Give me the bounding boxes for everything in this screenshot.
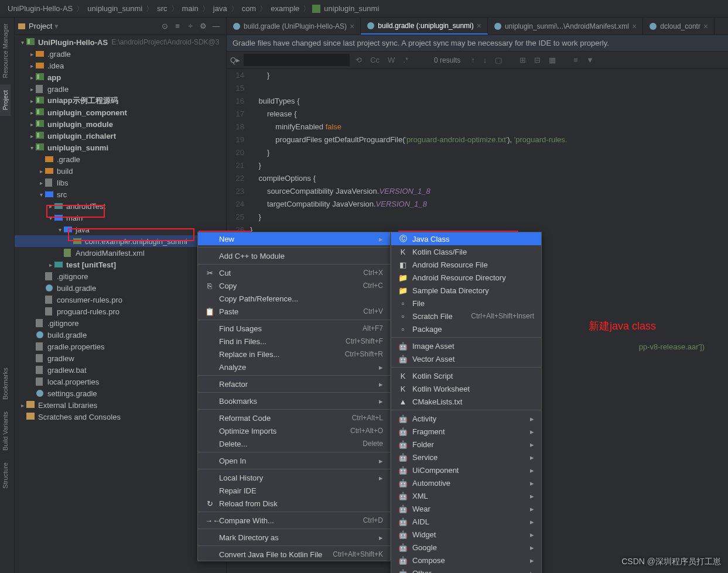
menu-item[interactable]: 🤖Service▸ xyxy=(391,451,541,464)
menu-item[interactable]: ◧Android Resource File xyxy=(391,258,541,271)
tree-item[interactable]: settings.gradle xyxy=(15,387,226,399)
tree-item[interactable]: build.gradle xyxy=(15,282,226,294)
tree-item[interactable]: com.example.uniplugin_sunmi xyxy=(15,235,226,247)
find-sel[interactable]: ▢ xyxy=(493,56,504,64)
tool-bookmarks[interactable]: Bookmarks xyxy=(0,362,11,406)
menu-item[interactable]: ▲CMakeLists.txt xyxy=(391,395,541,408)
menu-item[interactable]: Analyze▸ xyxy=(198,361,390,373)
menu-item[interactable]: Open In▸ xyxy=(198,454,390,467)
menu-item[interactable]: ↻Reload from Disk xyxy=(198,497,390,510)
menu-item[interactable]: 📁Android Resource Directory xyxy=(391,271,541,284)
external-libs[interactable]: ▸External Libraries xyxy=(15,399,226,411)
find-down[interactable]: ↓ xyxy=(481,56,490,64)
tree-item[interactable]: ▾src xyxy=(15,188,226,200)
find-add[interactable]: ⊞ xyxy=(517,56,528,64)
tool-structure[interactable]: Structure xyxy=(0,457,11,495)
menu-item[interactable]: Replace in Files...Ctrl+Shift+R xyxy=(198,348,390,361)
tool-project[interactable]: Project xyxy=(0,84,11,116)
close-icon[interactable]: × xyxy=(632,22,637,31)
breadcrumb-item[interactable]: main xyxy=(180,4,200,13)
tree-item[interactable]: AndroidManifest.xml xyxy=(15,247,226,259)
tool-resource-manager[interactable]: Resource Manager xyxy=(0,18,11,84)
menu-item[interactable]: Convert Java File to Kotlin FileCtrl+Alt… xyxy=(198,548,390,561)
tree-item[interactable]: ▾java xyxy=(15,224,226,235)
menu-item[interactable]: ⒸJava Class xyxy=(391,232,541,245)
menu-item[interactable]: 🤖UiComponent▸ xyxy=(391,464,541,476)
breadcrumb-item[interactable]: java xyxy=(211,4,229,13)
tree-item[interactable]: .gitignore xyxy=(15,317,226,329)
tree-item[interactable]: gradlew.bat xyxy=(15,364,226,376)
menu-item[interactable]: New▸ xyxy=(198,232,390,245)
sidebar-btn-4[interactable]: ⚙ xyxy=(197,20,210,33)
sidebar-btn-1[interactable]: ⊙ xyxy=(158,20,171,33)
project-tree[interactable]: ▾UniPlugin-Hello-ASE:\androidProject\And… xyxy=(15,35,226,573)
close-icon[interactable]: × xyxy=(703,22,708,31)
close-icon[interactable]: × xyxy=(350,22,354,31)
new-submenu[interactable]: ⒸJava ClassKKotlin Class/File◧Android Re… xyxy=(391,232,542,573)
menu-item[interactable]: 🤖Wear▸ xyxy=(391,502,541,515)
find-input[interactable] xyxy=(244,54,350,66)
tree-item[interactable]: ▸uniplugin_richalert xyxy=(15,130,226,142)
tree-item[interactable]: ▸app xyxy=(15,71,226,83)
breadcrumb-item[interactable]: uniplugin_sunmi xyxy=(86,4,144,13)
tree-item[interactable]: ▾uniplugin_sunmi xyxy=(15,142,226,153)
tree-item[interactable]: local.properties xyxy=(15,376,226,387)
tree-item[interactable]: build.gradle xyxy=(15,329,226,341)
menu-item[interactable]: KKotlin Class/File xyxy=(391,245,541,258)
breadcrumb-item[interactable]: uniplugin_sunmi xyxy=(322,4,381,13)
scratches[interactable]: Scratches and Consoles xyxy=(15,411,226,423)
menu-item[interactable]: 🤖Compose▸ xyxy=(391,554,541,567)
menu-item[interactable]: Mark Directory as▸ xyxy=(198,531,390,544)
menu-item[interactable]: Reformat CodeCtrl+Alt+L xyxy=(198,411,390,424)
tool-build-variants[interactable]: Build Variants xyxy=(0,406,11,457)
menu-item[interactable]: ✂CutCtrl+X xyxy=(198,266,390,279)
tree-item[interactable]: .gitignore xyxy=(15,270,226,282)
tree-item[interactable]: ▸androidTest xyxy=(15,200,226,212)
find-prev[interactable]: ⟲ xyxy=(353,56,364,64)
menu-item[interactable]: 🤖Other▸ xyxy=(391,567,541,573)
menu-item[interactable]: ▫Package xyxy=(391,322,541,335)
find-settings[interactable]: ≡ xyxy=(571,56,580,64)
tree-item[interactable]: ▸uniplugin_module xyxy=(15,118,226,130)
tree-root[interactable]: ▾UniPlugin-Hello-ASE:\androidProject\And… xyxy=(15,36,226,48)
tree-item[interactable]: ▸uniapp示例工程源码 xyxy=(15,95,226,107)
find-filter[interactable]: ▼ xyxy=(584,56,596,64)
menu-item[interactable]: Local History▸ xyxy=(198,471,390,484)
menu-item[interactable]: 🤖XML▸ xyxy=(391,489,541,502)
tree-item[interactable]: ▸libs xyxy=(15,177,226,188)
menu-item[interactable]: Optimize ImportsCtrl+Alt+O xyxy=(198,424,390,437)
menu-item[interactable]: 🤖Vector Asset xyxy=(391,352,541,365)
tree-item[interactable]: gradle.properties xyxy=(15,341,226,352)
sidebar-btn-3[interactable]: ÷ xyxy=(184,20,197,33)
tree-item[interactable]: ▾main xyxy=(15,212,226,224)
editor-tab[interactable]: uniplugin_sunmi\...\AndroidManifest.xml× xyxy=(488,18,643,35)
menu-item[interactable]: →←Compare With...Ctrl+D xyxy=(198,514,390,527)
sidebar-btn-hide[interactable]: — xyxy=(210,20,223,33)
find-cc[interactable]: Cc xyxy=(368,56,382,64)
tree-item[interactable]: ▸test [unitTest] xyxy=(15,259,226,270)
tree-item[interactable]: ▸gradle xyxy=(15,83,226,95)
close-icon[interactable]: × xyxy=(477,21,481,30)
tree-item[interactable]: .gradle xyxy=(15,153,226,165)
menu-item[interactable]: ▫File xyxy=(391,297,541,310)
menu-item[interactable]: Copy Path/Reference... xyxy=(198,292,390,305)
menu-item[interactable]: 🤖Widget▸ xyxy=(391,528,541,541)
tree-item[interactable]: ▸uniplugin_component xyxy=(15,107,226,118)
tree-item[interactable]: ▸build xyxy=(15,165,226,177)
editor-tab[interactable]: build.gradle (:uniplugin_sunmi)× xyxy=(361,18,488,35)
menu-item[interactable]: ⎘CopyCtrl+C xyxy=(198,279,390,292)
tree-item[interactable]: proguard-rules.pro xyxy=(15,306,226,317)
menu-item[interactable]: Find UsagesAlt+F7 xyxy=(198,322,390,335)
menu-item[interactable]: 🤖Fragment▸ xyxy=(391,425,541,438)
menu-item[interactable]: 📋PasteCtrl+V xyxy=(198,305,390,318)
tree-item[interactable]: ▸.idea xyxy=(15,60,226,71)
menu-item[interactable]: Refactor▸ xyxy=(198,378,390,390)
breadcrumb-item[interactable]: src xyxy=(155,4,169,13)
menu-item[interactable]: 🤖Automotive▸ xyxy=(391,476,541,489)
menu-item[interactable]: 🤖Activity▸ xyxy=(391,412,541,425)
menu-item[interactable]: 🤖AIDL▸ xyxy=(391,515,541,528)
menu-item[interactable]: Repair IDE xyxy=(198,484,390,497)
menu-item[interactable]: 📁Sample Data Directory xyxy=(391,284,541,297)
menu-item[interactable]: 🤖Image Asset xyxy=(391,339,541,352)
find-all[interactable]: ▦ xyxy=(546,56,558,64)
